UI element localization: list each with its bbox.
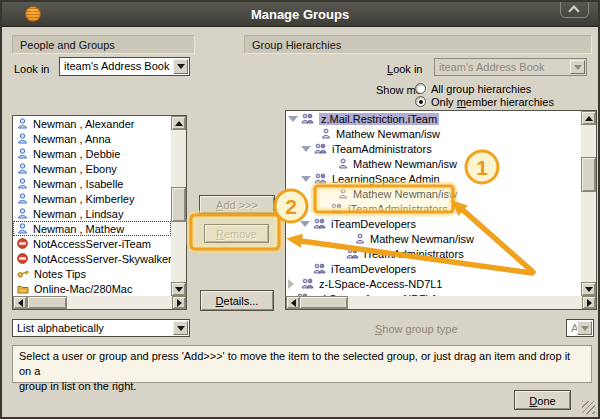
tree-item[interactable]: iTeamAdministrators xyxy=(286,141,581,156)
tree-item[interactable]: Mathew Newman/isw xyxy=(286,156,581,171)
people-list: Newman , Alexander Newman xyxy=(12,115,187,310)
tree-item-label: iTeamAdministrators xyxy=(332,143,432,155)
dropdown-arrow-icon[interactable] xyxy=(173,321,188,335)
tree-item[interactable]: Mathew Newman/isw xyxy=(286,231,581,246)
tree-item-label: iTeamDevelopers xyxy=(331,218,416,230)
no-entry-icon xyxy=(17,253,28,264)
add-button[interactable]: Add >>> xyxy=(199,195,275,214)
tree-item-label: iTeamAdministrators xyxy=(348,203,448,215)
list-item[interactable]: Newman , Kimberley xyxy=(13,191,171,206)
radio-member-label[interactable]: Only member hierarchies xyxy=(431,96,554,108)
expander-open-icon[interactable] xyxy=(300,221,310,232)
group-hierarchy-tree: z.Mail.Restriction.iTeam Mathew Newman/i… xyxy=(285,110,597,310)
manage-groups-dialog: Manage Groups People and Groups Group Hi… xyxy=(0,0,600,419)
tree-item[interactable]: Mathew Newman/isw xyxy=(286,186,581,201)
member-person-icon xyxy=(338,158,348,169)
tree-item[interactable]: iTeamAdministrators xyxy=(286,246,581,261)
key-icon xyxy=(17,268,29,279)
scroll-down-button[interactable] xyxy=(581,282,596,296)
tree-item[interactable]: LearningSpace Admin xyxy=(286,171,581,186)
radio-only-member-hierarchies[interactable] xyxy=(415,96,426,107)
horizontal-scrollbar[interactable] xyxy=(286,296,596,309)
member-person-icon xyxy=(338,188,348,199)
list-item[interactable]: Online-Mac/280Mac xyxy=(13,281,171,296)
list-item[interactable]: Newman , Mathew xyxy=(13,221,171,236)
tree-item[interactable]: iTeamDevelopers xyxy=(286,216,581,231)
scrollbar-thumb[interactable] xyxy=(581,157,596,192)
dropdown-arrow-icon[interactable] xyxy=(173,59,188,74)
list-item[interactable]: Newman , Lindsay xyxy=(13,206,171,221)
tree-item[interactable]: Mathew Newman/isw xyxy=(286,126,581,141)
scroll-up-button[interactable] xyxy=(171,116,186,130)
scroll-left-button[interactable] xyxy=(13,296,27,309)
member-person-icon xyxy=(321,128,331,139)
group-icon xyxy=(313,263,326,274)
list-item-label: Newman , Anna xyxy=(33,133,111,145)
scrollbar-thumb[interactable] xyxy=(27,296,67,309)
details-button[interactable]: Details... xyxy=(200,290,274,311)
scroll-down-button[interactable] xyxy=(171,282,186,296)
vertical-scrollbar[interactable] xyxy=(171,116,186,296)
tree-item-label: iTeamAdministrators xyxy=(364,248,464,260)
scroll-right-button[interactable] xyxy=(172,296,186,309)
expander-open-icon[interactable] xyxy=(301,146,311,157)
tree-item-label: iTeamDevelopers xyxy=(331,263,416,275)
list-item-label: Newman , Alexander xyxy=(33,118,135,130)
tree-item-label: Mathew Newman/isw xyxy=(336,128,440,140)
person-icon xyxy=(17,163,28,174)
sort-select[interactable]: List alphabetically xyxy=(12,319,190,337)
list-item[interactable]: Notes Tips xyxy=(13,266,171,281)
dropdown-arrow-icon xyxy=(577,321,592,335)
scroll-right-button[interactable] xyxy=(582,296,596,309)
group-icon xyxy=(301,113,314,124)
person-icon xyxy=(17,148,28,159)
group-icon xyxy=(346,248,359,259)
radio-all-label[interactable]: All group hierarchies xyxy=(431,83,531,95)
list-item[interactable]: Newman , Anna xyxy=(13,131,171,146)
person-icon xyxy=(17,208,28,219)
done-button[interactable]: Done xyxy=(514,390,571,410)
tree-item[interactable]: iTeamDevelopers xyxy=(286,261,581,276)
person-icon xyxy=(17,133,28,144)
look-in-label-left: Look in xyxy=(14,63,49,75)
expander-open-icon[interactable] xyxy=(288,116,298,127)
tree-item-label: Mathew Newman/isw xyxy=(353,188,457,200)
group-icon xyxy=(313,218,326,229)
list-item-label: Newman , Debbie xyxy=(33,148,120,160)
expander-collapsed-icon[interactable] xyxy=(288,279,299,289)
list-item[interactable]: NotAccessServer-iTeam xyxy=(13,236,171,251)
list-item-label: Newman , Kimberley xyxy=(33,193,134,205)
scroll-left-button[interactable] xyxy=(286,296,300,309)
vertical-scrollbar[interactable] xyxy=(581,111,596,296)
group-type-select: All xyxy=(566,319,594,337)
scrollbar-thumb[interactable] xyxy=(299,296,348,309)
group-icon xyxy=(314,143,327,154)
folder-icon xyxy=(17,284,29,294)
list-item[interactable]: Newman , Debbie xyxy=(13,146,171,161)
tree-item[interactable]: z-LSpace-Access-ND7L1 xyxy=(286,276,581,291)
list-item-label: Newman , Lindsay xyxy=(33,208,124,220)
look-in-label-right: Look in xyxy=(387,63,422,75)
no-entry-icon xyxy=(17,238,28,249)
list-item[interactable]: Newman , Isabelle xyxy=(13,176,171,191)
shade-button[interactable] xyxy=(560,0,589,18)
list-item-label: Newman , Ebony xyxy=(33,163,117,175)
address-book-select-left[interactable]: iteam's Address Book xyxy=(59,57,190,76)
scroll-up-button[interactable] xyxy=(581,111,596,125)
address-book-select-right: iteam's Address Book xyxy=(434,58,587,76)
list-item[interactable]: Newman , Alexander xyxy=(13,116,171,131)
titlebar[interactable]: Manage Groups xyxy=(2,2,598,27)
remove-button[interactable]: Remove xyxy=(204,224,269,243)
show-group-type-label: Show group type xyxy=(375,323,458,335)
horizontal-scrollbar[interactable] xyxy=(13,296,186,309)
person-icon xyxy=(17,178,28,189)
tree-item[interactable]: z.Mail.Restriction.iTeam xyxy=(286,111,581,126)
expander-open-icon[interactable] xyxy=(301,176,311,187)
list-item[interactable]: NotAccessServer-Skywalker xyxy=(13,251,171,266)
radio-all-group-hierarchies[interactable] xyxy=(415,83,426,94)
tree-item[interactable]: iTeamAdministrators xyxy=(286,201,581,216)
resize-grip[interactable] xyxy=(582,401,595,414)
list-item-label: NotAccessServer-Skywalker xyxy=(33,253,171,265)
list-item[interactable]: Newman , Ebony xyxy=(13,161,171,176)
scrollbar-thumb[interactable] xyxy=(171,187,186,222)
